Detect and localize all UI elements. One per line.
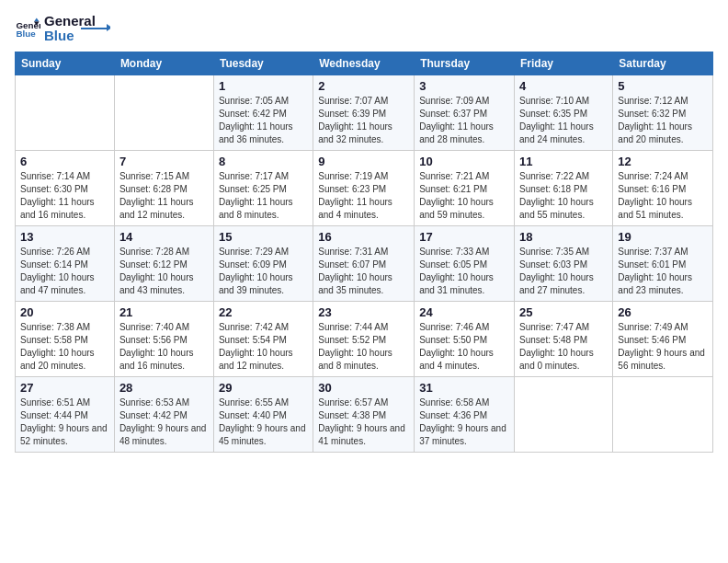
day-info: Sunrise: 7:28 AM Sunset: 6:12 PM Dayligh… xyxy=(119,246,209,297)
day-info: Sunrise: 6:51 AM Sunset: 4:44 PM Dayligh… xyxy=(20,396,109,448)
day-header-friday: Friday xyxy=(515,52,613,75)
calendar-cell: 19Sunrise: 7:37 AM Sunset: 6:01 PM Dayli… xyxy=(613,226,713,302)
day-info: Sunrise: 7:22 AM Sunset: 6:18 PM Dayligh… xyxy=(519,170,608,222)
day-number: 17 xyxy=(419,230,509,244)
week-row-3: 13Sunrise: 7:26 AM Sunset: 6:14 PM Dayli… xyxy=(16,226,713,302)
day-info: Sunrise: 7:42 AM Sunset: 5:54 PM Dayligh… xyxy=(219,321,308,373)
calendar-cell xyxy=(515,377,613,453)
day-info: Sunrise: 7:19 AM Sunset: 6:23 PM Dayligh… xyxy=(318,170,409,222)
calendar-table: SundayMondayTuesdayWednesdayThursdayFrid… xyxy=(15,52,713,453)
day-number: 16 xyxy=(318,230,409,244)
day-number: 9 xyxy=(318,155,409,168)
week-row-1: 1Sunrise: 7:05 AM Sunset: 6:42 PM Daylig… xyxy=(16,75,713,151)
calendar-cell: 25Sunrise: 7:47 AM Sunset: 5:48 PM Dayli… xyxy=(515,302,613,377)
day-number: 27 xyxy=(20,381,109,395)
calendar-cell: 15Sunrise: 7:29 AM Sunset: 6:09 PM Dayli… xyxy=(213,226,313,302)
day-number: 23 xyxy=(318,305,409,319)
day-info: Sunrise: 7:40 AM Sunset: 5:56 PM Dayligh… xyxy=(119,321,209,373)
day-info: Sunrise: 6:57 AM Sunset: 4:38 PM Dayligh… xyxy=(318,396,409,448)
day-number: 21 xyxy=(119,305,209,319)
day-info: Sunrise: 7:35 AM Sunset: 6:03 PM Dayligh… xyxy=(519,246,608,297)
calendar-cell: 13Sunrise: 7:26 AM Sunset: 6:14 PM Dayli… xyxy=(16,226,115,302)
calendar-cell: 22Sunrise: 7:42 AM Sunset: 5:54 PM Dayli… xyxy=(213,302,313,377)
day-number: 8 xyxy=(219,155,308,168)
day-info: Sunrise: 7:12 AM Sunset: 6:32 PM Dayligh… xyxy=(618,95,708,146)
calendar-cell xyxy=(16,75,115,151)
header-row: SundayMondayTuesdayWednesdayThursdayFrid… xyxy=(16,52,713,75)
day-info: Sunrise: 7:49 AM Sunset: 5:46 PM Dayligh… xyxy=(618,321,708,373)
day-info: Sunrise: 7:21 AM Sunset: 6:21 PM Dayligh… xyxy=(419,170,509,222)
day-info: Sunrise: 7:10 AM Sunset: 6:35 PM Dayligh… xyxy=(519,95,608,146)
day-info: Sunrise: 6:53 AM Sunset: 4:42 PM Dayligh… xyxy=(119,396,209,448)
svg-marker-6 xyxy=(107,24,110,31)
header: General Blue General Blue xyxy=(15,11,713,48)
day-number: 2 xyxy=(318,79,409,93)
day-info: Sunrise: 7:26 AM Sunset: 6:14 PM Dayligh… xyxy=(20,246,109,297)
day-number: 29 xyxy=(219,381,308,395)
day-number: 25 xyxy=(519,305,608,319)
day-number: 18 xyxy=(519,230,608,244)
calendar-cell: 18Sunrise: 7:35 AM Sunset: 6:03 PM Dayli… xyxy=(515,226,613,302)
calendar-cell: 5Sunrise: 7:12 AM Sunset: 6:32 PM Daylig… xyxy=(613,75,713,151)
calendar-cell: 26Sunrise: 7:49 AM Sunset: 5:46 PM Dayli… xyxy=(613,302,713,377)
day-info: Sunrise: 7:33 AM Sunset: 6:05 PM Dayligh… xyxy=(419,246,509,297)
calendar-cell: 27Sunrise: 6:51 AM Sunset: 4:44 PM Dayli… xyxy=(16,377,115,453)
calendar-cell: 31Sunrise: 6:58 AM Sunset: 4:36 PM Dayli… xyxy=(415,377,515,453)
calendar-cell: 30Sunrise: 6:57 AM Sunset: 4:38 PM Dayli… xyxy=(313,377,415,453)
day-header-wednesday: Wednesday xyxy=(313,52,415,75)
logo: General Blue General Blue xyxy=(15,11,110,48)
day-info: Sunrise: 7:17 AM Sunset: 6:25 PM Dayligh… xyxy=(219,170,308,222)
day-info: Sunrise: 7:14 AM Sunset: 6:30 PM Dayligh… xyxy=(20,170,109,222)
calendar-cell: 16Sunrise: 7:31 AM Sunset: 6:07 PM Dayli… xyxy=(313,226,415,302)
day-number: 26 xyxy=(618,305,708,319)
day-number: 14 xyxy=(119,230,209,244)
calendar-cell: 7Sunrise: 7:15 AM Sunset: 6:28 PM Daylig… xyxy=(114,151,213,226)
day-number: 19 xyxy=(618,230,708,244)
day-number: 15 xyxy=(219,230,308,244)
calendar-cell: 21Sunrise: 7:40 AM Sunset: 5:56 PM Dayli… xyxy=(114,302,213,377)
logo-icon: General Blue xyxy=(15,17,40,42)
calendar-cell: 23Sunrise: 7:44 AM Sunset: 5:52 PM Dayli… xyxy=(313,302,415,377)
calendar-cell: 9Sunrise: 7:19 AM Sunset: 6:23 PM Daylig… xyxy=(313,151,415,226)
calendar-cell: 8Sunrise: 7:17 AM Sunset: 6:25 PM Daylig… xyxy=(213,151,313,226)
day-number: 30 xyxy=(318,381,409,395)
calendar-cell: 28Sunrise: 6:53 AM Sunset: 4:42 PM Dayli… xyxy=(114,377,213,453)
calendar-cell: 12Sunrise: 7:24 AM Sunset: 6:16 PM Dayli… xyxy=(613,151,713,226)
day-number: 28 xyxy=(119,381,209,395)
calendar-cell: 6Sunrise: 7:14 AM Sunset: 6:30 PM Daylig… xyxy=(16,151,115,226)
day-info: Sunrise: 7:15 AM Sunset: 6:28 PM Dayligh… xyxy=(119,170,209,222)
day-number: 10 xyxy=(419,155,509,168)
calendar-cell: 4Sunrise: 7:10 AM Sunset: 6:35 PM Daylig… xyxy=(515,75,613,151)
calendar-cell: 17Sunrise: 7:33 AM Sunset: 6:05 PM Dayli… xyxy=(415,226,515,302)
day-info: Sunrise: 7:47 AM Sunset: 5:48 PM Dayligh… xyxy=(519,321,608,373)
day-number: 6 xyxy=(20,155,109,168)
calendar-cell: 24Sunrise: 7:46 AM Sunset: 5:50 PM Dayli… xyxy=(415,302,515,377)
day-header-thursday: Thursday xyxy=(415,52,515,75)
day-info: Sunrise: 7:46 AM Sunset: 5:50 PM Dayligh… xyxy=(419,321,509,373)
calendar-cell: 3Sunrise: 7:09 AM Sunset: 6:37 PM Daylig… xyxy=(415,75,515,151)
week-row-2: 6Sunrise: 7:14 AM Sunset: 6:30 PM Daylig… xyxy=(16,151,713,226)
day-number: 31 xyxy=(419,381,509,395)
day-number: 20 xyxy=(20,305,109,319)
day-number: 13 xyxy=(20,230,109,244)
day-number: 1 xyxy=(219,79,308,93)
calendar-cell: 11Sunrise: 7:22 AM Sunset: 6:18 PM Dayli… xyxy=(515,151,613,226)
day-number: 22 xyxy=(219,305,308,319)
day-number: 7 xyxy=(119,155,209,168)
day-number: 11 xyxy=(519,155,608,168)
svg-text:Blue: Blue xyxy=(16,29,36,39)
day-header-sunday: Sunday xyxy=(16,52,115,75)
week-row-4: 20Sunrise: 7:38 AM Sunset: 5:58 PM Dayli… xyxy=(16,302,713,377)
page-container: General Blue General Blue SundayMondayT xyxy=(0,0,728,460)
day-info: Sunrise: 7:05 AM Sunset: 6:42 PM Dayligh… xyxy=(219,95,308,146)
day-info: Sunrise: 6:58 AM Sunset: 4:36 PM Dayligh… xyxy=(419,396,509,448)
day-number: 4 xyxy=(519,79,608,93)
logo-svg: General Blue xyxy=(44,11,110,44)
calendar-cell: 29Sunrise: 6:55 AM Sunset: 4:40 PM Dayli… xyxy=(213,377,313,453)
svg-text:Blue: Blue xyxy=(44,28,74,43)
calendar-cell: 14Sunrise: 7:28 AM Sunset: 6:12 PM Dayli… xyxy=(114,226,213,302)
day-info: Sunrise: 7:37 AM Sunset: 6:01 PM Dayligh… xyxy=(618,246,708,297)
day-header-monday: Monday xyxy=(114,52,213,75)
calendar-cell: 2Sunrise: 7:07 AM Sunset: 6:39 PM Daylig… xyxy=(313,75,415,151)
day-info: Sunrise: 7:31 AM Sunset: 6:07 PM Dayligh… xyxy=(318,246,409,297)
